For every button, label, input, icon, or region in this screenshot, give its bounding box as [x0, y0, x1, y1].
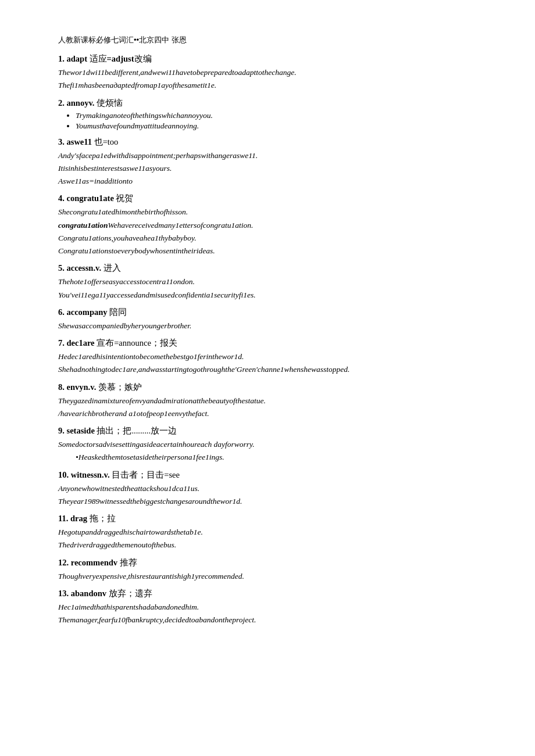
- entry-num: 12.: [58, 558, 69, 567]
- bullet-item: Youmusthavefoundmyattitudeannoying.: [76, 121, 488, 131]
- example-4-3: Congratu1ationstoeverybodywhosentintheir…: [58, 245, 488, 257]
- entry-title-11: 11. drag 拖；拉: [58, 513, 488, 524]
- page-header: 人教新课标必修七词汇••北京四中 张恩: [58, 35, 488, 45]
- entry-num: 4.: [58, 194, 65, 203]
- bullet-item: Trymakinganoteofthethingswhichannoyyou.: [76, 111, 488, 120]
- bullet-list-2: Trymakinganoteofthethingswhichannoyyou.Y…: [76, 111, 488, 131]
- entry-title-9: 9. setaside 抽出；把.........放一边: [58, 425, 488, 436]
- entry-chinese: 也=too: [94, 137, 119, 146]
- example-4-0: Shecongratu1atedhimonthebirthofhisson.: [58, 206, 488, 218]
- example-6-0: Shewasaccompaniedbyheryoungerbrother.: [58, 320, 488, 332]
- entry-num: 10.: [58, 470, 69, 479]
- example-10-0: Anyonewhowitnestedtheattackshou1dca11us.: [58, 483, 488, 495]
- entry-8: 8. envyn.v. 羡慕；嫉妒Theygazedinamixtureofen…: [58, 382, 488, 420]
- entry-word: dec1are: [67, 338, 95, 347]
- entry-3: 3. aswe11 也=tooAndy'sfacepa1edwithdisapp…: [58, 137, 488, 188]
- example-4-1: congratu1ationWehavereceivеdmany1etterso…: [58, 220, 488, 231]
- example-13-0: Hec1aimedthathisparentshadabandonedhim.: [58, 601, 488, 613]
- entry-7: 7. dec1are 宣布=announce；报关Hedec1aredhisin…: [58, 338, 488, 376]
- example-3-1: Itisinhisbestinterestsaswe11asyours.: [58, 163, 488, 174]
- entry-word: congratu1ate: [67, 194, 114, 203]
- entry-title-6: 6. accompany 陪同: [58, 307, 488, 318]
- example-11-1: Thedriverdraggedthemenoutofthebus.: [58, 539, 488, 551]
- example-13-1: Themanager,fearfu10fbankruptcy,decidedto…: [58, 614, 488, 626]
- entry-chinese: 拖；拉: [90, 514, 116, 523]
- entry-title-7: 7. dec1are 宣布=announce；报关: [58, 338, 488, 349]
- entry-chinese: 目击者；目击=see: [112, 470, 180, 479]
- entry-num: 7.: [58, 338, 65, 347]
- entry-word: drag: [70, 514, 87, 523]
- entry-9: 9. setaside 抽出；把.........放一边Somedoctorsa…: [58, 425, 488, 464]
- entry-num: 8.: [58, 382, 65, 392]
- entry-chinese: 抽出；把.........放一边: [97, 426, 177, 435]
- entry-word: accessn.v.: [67, 263, 102, 273]
- entry-title-1: 1. adapt 适应=adjust改编: [58, 53, 488, 65]
- entry-chinese: 宣布=announce；报关: [97, 338, 177, 347]
- entry-4: 4. congratu1ate 祝贺Shecongratu1atedhimont…: [58, 193, 488, 257]
- example-8-0: Theygazedinamixtureofenvyandadmirationat…: [58, 395, 488, 407]
- entry-title-12: 12. recommendv 推荐: [58, 557, 488, 568]
- entry-chinese: 进入: [104, 263, 121, 273]
- entry-title-13: 13. abandonv 放弃；遗弃: [58, 588, 488, 599]
- entry-word: setaside: [67, 426, 95, 435]
- entry-10: 10. witnessn.v. 目击者；目击=seeAnyonewhowitne…: [58, 470, 488, 508]
- example-3-2: Aswe11as=inadditionto: [58, 175, 488, 187]
- example-11-0: Hegotupanddraggedhischairtowardsthetab1e…: [58, 526, 488, 538]
- entry-chinese: 羡慕；嫉妒: [98, 382, 142, 392]
- entry-equals: =adjust: [107, 54, 134, 63]
- entry-chinese: 陪同: [109, 307, 127, 317]
- entry-chinese: 推荐: [120, 558, 137, 567]
- entry-title-10: 10. witnessn.v. 目击者；目击=see: [58, 470, 488, 481]
- entry-word: aswe11: [67, 137, 92, 146]
- example-1-1: Thefi1mhasbeenадаptedfromap1ayofthesamet…: [58, 80, 488, 91]
- entries-container: 1. adapt 适应=adjust改编Thewor1dwi11bediffer…: [58, 53, 488, 626]
- entry-num: 1.: [58, 54, 65, 63]
- entry-chinese: 使烦恼: [97, 98, 123, 108]
- entry-num: 2.: [58, 98, 65, 108]
- example-9-0: Somedoctorsadvisesettingasideacertainhou…: [58, 439, 488, 450]
- entry-title-8: 8. envyn.v. 羡慕；嫉妒: [58, 382, 488, 393]
- entry-num: 13.: [58, 589, 69, 598]
- example-10-1: Theyear1989witnessedthebiggestchangesaro…: [58, 496, 488, 507]
- entry-5: 5. accessn.v. 进入Thehote1offerseasyaccess…: [58, 263, 488, 301]
- entry-chinese: 适应: [90, 54, 107, 63]
- entry-title-5: 5. accessn.v. 进入: [58, 263, 488, 274]
- example-5-0: Thehote1offerseasyaccesstocentra11ondon.: [58, 276, 488, 288]
- entry-6: 6. accompany 陪同Shewasaccompaniedbyheryou…: [58, 307, 488, 332]
- entry-word: envyn.v.: [67, 382, 97, 392]
- entry-title-4: 4. congratu1ate 祝贺: [58, 193, 488, 204]
- entry-title-2: 2. annoyv. 使烦恼: [58, 98, 488, 109]
- entry-num: 3.: [58, 137, 65, 146]
- entry-1: 1. adapt 适应=adjust改编Thewor1dwi11bediffer…: [58, 53, 488, 92]
- entry-12: 12. recommendv 推荐Thoughveryexpensive,thi…: [58, 557, 488, 582]
- bold-text: congratu1ation: [58, 221, 108, 230]
- entry-chinese: 放弃；遗弃: [109, 589, 152, 598]
- entry-word: abandonv: [71, 589, 106, 598]
- entry-word: adapt: [67, 54, 87, 63]
- entry-num: 9.: [58, 426, 65, 435]
- sub-bullet-item: •Heaskedthemtosetasidetheirpersona1fee1i…: [76, 452, 488, 463]
- entry-num: 6.: [58, 307, 65, 317]
- entry-title-3: 3. aswe11 也=too: [58, 137, 488, 148]
- entry-word: accompany: [67, 307, 108, 317]
- entry-2: 2. annoyv. 使烦恼Trymakinganoteofthethingsw…: [58, 98, 488, 131]
- example-5-1: You'vei11ega11yaccessedandmisusedconfide…: [58, 289, 488, 301]
- entry-num: 11.: [58, 514, 68, 523]
- entry-13: 13. abandonv 放弃；遗弃Hec1aimedthathisparent…: [58, 588, 488, 626]
- entry-word: annoyv.: [67, 98, 95, 108]
- entry-word: witnessn.v.: [71, 470, 110, 479]
- example-7-1: Shehadnothingtodec1are,andwasstartingtog…: [58, 364, 488, 375]
- example-8-1: /havearichbrotherand a1otofpeop1eenvythe…: [58, 408, 488, 420]
- example-4-2: Congratu1ations,youhaveahea1thybabyboy.: [58, 232, 488, 244]
- entry-equals-meaning: 改编: [134, 54, 152, 63]
- entry-word: recommendv: [71, 558, 117, 567]
- entry-chinese: 祝贺: [116, 194, 133, 203]
- example-3-0: Andy'sfacepa1edwithdisappointment;perhap…: [58, 150, 488, 162]
- entry-num: 5.: [58, 263, 65, 273]
- example-7-0: Hedec1aredhisintentiontobecomethebestgo1…: [58, 351, 488, 363]
- entry-11: 11. drag 拖；拉Hegotupanddraggedhischairtow…: [58, 513, 488, 551]
- example-1-0: Thewor1dwi11bedifferent,andwewi11havetob…: [58, 67, 488, 78]
- example-12-0: Thoughveryexpensive,thisrestaurantishigh…: [58, 571, 488, 582]
